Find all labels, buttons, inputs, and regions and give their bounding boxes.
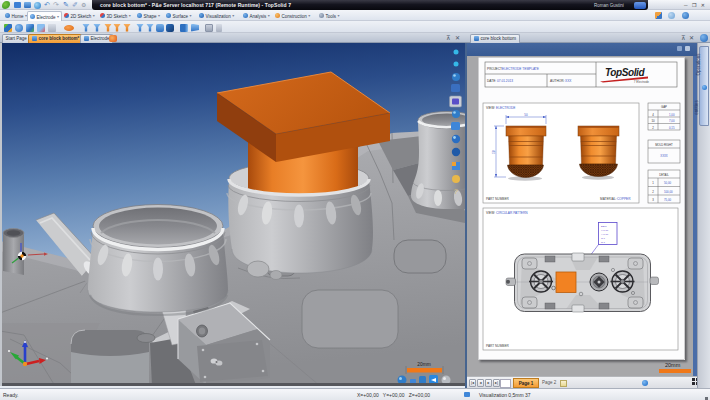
svg-text:?: ? [454, 187, 459, 196]
svg-text:VIEW:: VIEW: [486, 211, 495, 215]
svg-text:MATERIAL:: MATERIAL: [600, 197, 617, 201]
svg-text:50: 50 [524, 113, 528, 117]
svg-text:VIEW:: VIEW: [486, 106, 495, 110]
svg-text:DETAIL: DETAIL [659, 173, 669, 177]
svg-text:7 Electrode: 7 Electrode [634, 80, 650, 84]
svg-text:PROJECT:: PROJECT: [487, 67, 503, 71]
svg-text:N 1: N 1 [601, 241, 606, 244]
svg-text:50,00: 50,00 [664, 181, 671, 185]
svg-text:GAP: GAP [661, 105, 667, 109]
svg-text:EDM: EDM [601, 225, 607, 228]
svg-text:DATE:: DATE: [487, 79, 496, 83]
svg-text:COPPER: COPPER [617, 197, 631, 201]
svg-text:CIRCULAR PATTERN: CIRCULAR PATTERN [496, 211, 528, 215]
svg-text:75,00: 75,00 [664, 198, 671, 202]
svg-text:10: 10 [651, 119, 655, 123]
svg-text:TopSolid: TopSolid [605, 67, 645, 78]
svg-text:0,15: 0,15 [669, 126, 675, 130]
svg-text:07.01.2013: 07.01.2013 [497, 79, 513, 83]
svg-text:PART NUMBER: PART NUMBER [486, 344, 510, 348]
svg-text:X 0,00: X 0,00 [601, 229, 609, 232]
svg-text:7,00: 7,00 [669, 119, 675, 123]
svg-text:PART NUMBER: PART NUMBER [486, 197, 510, 201]
svg-text:1,00: 1,00 [669, 113, 675, 117]
svg-text:ELECTRODE TEMPLATE: ELECTRODE TEMPLATE [502, 67, 539, 71]
svg-text:XXXX: XXXX [660, 154, 668, 158]
svg-text:ELECTRODE: ELECTRODE [496, 106, 515, 110]
svg-text:C 0°: C 0° [601, 237, 606, 240]
svg-text:Y 0,00: Y 0,00 [601, 233, 609, 236]
svg-text:58: 58 [492, 150, 496, 154]
svg-text:AUTHOR:: AUTHOR: [550, 79, 564, 83]
svg-text:MOLD RIGHT: MOLD RIGHT [655, 143, 673, 147]
svg-text:20mm: 20mm [417, 362, 430, 367]
svg-text:XXX: XXX [565, 79, 572, 83]
svg-text:100,00: 100,00 [664, 190, 673, 194]
